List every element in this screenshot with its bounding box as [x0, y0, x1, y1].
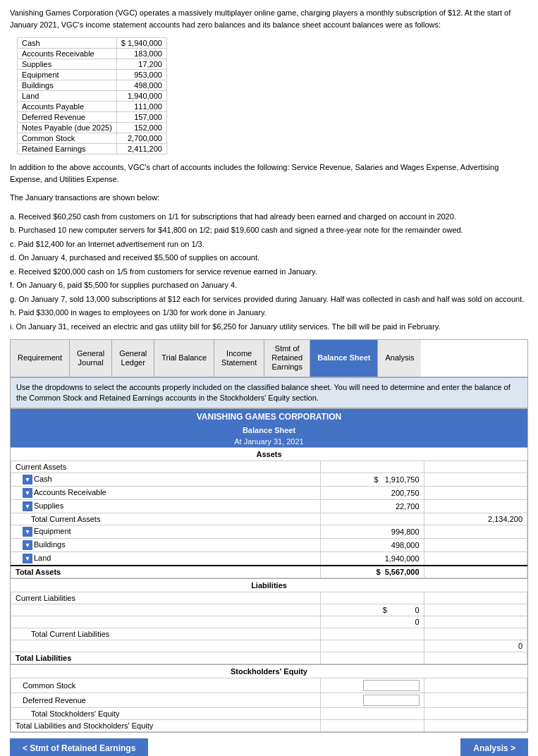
- cash-symbol: $ 1,910,750: [321, 473, 424, 487]
- account-name: Retained Earnings: [18, 144, 117, 154]
- account-name: Deferred Revenue: [18, 112, 117, 123]
- ar-dropdown[interactable]: ▼: [23, 488, 32, 498]
- list-item: a. Received $60,250 cash from customers …: [10, 211, 528, 223]
- tab-label: Requirement: [18, 353, 62, 362]
- buildings-value: 498,000: [321, 539, 424, 552]
- table-row: ▼Equipment 994,800: [11, 525, 527, 539]
- tab-label: Trial Balance: [161, 353, 207, 362]
- list-item: i. On January 31, received an electric a…: [10, 321, 528, 333]
- tab-label: Income Statement: [221, 349, 257, 367]
- cash-dropdown[interactable]: ▼: [23, 475, 32, 484]
- account-value: 1,940,000: [116, 91, 166, 102]
- deferred-revenue-input[interactable]: [363, 695, 420, 706]
- tab-general-ledger[interactable]: General Ledger: [112, 340, 154, 377]
- accounts-table: Cash$ 1,940,000Accounts Receivable183,00…: [17, 37, 167, 154]
- tab-trial-balance[interactable]: Trial Balance: [154, 340, 214, 377]
- equipment-value: 994,800: [321, 525, 424, 539]
- account-name: Cash: [18, 38, 117, 49]
- company-name: VANISHING GAMES CORPORATION: [11, 409, 527, 425]
- assets-header: Assets: [11, 447, 527, 461]
- total-liabilities-label: Total Liabilities: [11, 652, 321, 664]
- cash-label: ▼Cash: [11, 473, 321, 487]
- tab-label: Stmt of Retained Earnings: [271, 344, 302, 372]
- balance-sheet-date: At January 31, 2021: [11, 436, 527, 447]
- total-current-assets-value: 2,134,200: [424, 513, 527, 525]
- list-item: e. Received $200,000 cash on 1/5 from cu…: [10, 266, 528, 278]
- common-stock-input[interactable]: [363, 680, 420, 691]
- tab-requirement[interactable]: Requirement: [11, 340, 70, 377]
- total-current-liabilities-label: Total Current Liabilities: [11, 628, 321, 640]
- supplies-dropdown[interactable]: ▼: [23, 501, 32, 511]
- account-name: Equipment: [18, 70, 117, 80]
- tab-label: Analysis: [385, 353, 414, 362]
- deferred-revenue-label: Deferred Revenue: [11, 693, 321, 708]
- prev-button[interactable]: < Stmt of Retained Earnings: [10, 738, 148, 756]
- table-row: ▼Accounts Receivable 200,750: [11, 487, 527, 500]
- tab-general-journal[interactable]: General Journal: [70, 340, 112, 377]
- buildings-dropdown[interactable]: ▼: [23, 540, 32, 550]
- list-item: g. On January 7, sold 13,000 subscriptio…: [10, 293, 528, 305]
- account-name: Common Stock: [18, 133, 117, 144]
- list-item: b. Purchased 10 new computer servers for…: [10, 224, 528, 236]
- tab-stmt-retained[interactable]: Stmt of Retained Earnings: [264, 340, 310, 377]
- land-dropdown[interactable]: ▼: [23, 554, 32, 563]
- table-row: ▼Supplies 22,700: [11, 500, 527, 513]
- total-assets-label: Total Assets: [11, 566, 321, 578]
- current-liabilities-label: Current Liabilities: [11, 592, 321, 604]
- common-stock-label: Common Stock: [11, 678, 321, 693]
- common-stock-row: Common Stock: [11, 678, 527, 693]
- list-item: d. On January 4, purchased and received …: [10, 252, 528, 264]
- account-name: Accounts Payable: [18, 102, 117, 112]
- account-name: Accounts Receivable: [18, 49, 117, 59]
- tab-label: Balance Sheet: [317, 353, 370, 362]
- supplies-value: 22,700: [321, 500, 424, 513]
- list-item: f. On January 6, paid $5,500 for supplie…: [10, 279, 528, 291]
- land-label: ▼Land: [11, 552, 321, 566]
- additional-text: In addition to the above accounts, VGC's…: [10, 161, 528, 185]
- table-row: ▼Land 1,940,000: [11, 552, 527, 566]
- bottom-navigation: < Stmt of Retained Earnings Analysis >: [10, 738, 528, 756]
- list-item: h. Paid $330,000 in wages to employees o…: [10, 307, 528, 319]
- account-value: 183,000: [116, 49, 166, 59]
- table-row: ▼Buildings 498,000: [11, 539, 527, 552]
- tab-analysis[interactable]: Analysis: [378, 340, 421, 377]
- ar-value: 200,750: [321, 487, 424, 500]
- total-assets-row: Total Assets $ 5,567,000: [11, 566, 527, 578]
- account-name: Supplies: [18, 59, 117, 70]
- current-assets-label: Current Assets: [11, 461, 321, 473]
- tabs-container: RequirementGeneral JournalGeneral Ledger…: [10, 339, 528, 377]
- table-row: ▼Cash $ 1,910,750: [11, 473, 527, 487]
- tab-balance-sheet[interactable]: Balance Sheet: [310, 340, 378, 377]
- supplies-label: ▼Supplies: [11, 500, 321, 513]
- deferred-revenue-row: Deferred Revenue: [11, 693, 527, 708]
- equipment-dropdown[interactable]: ▼: [23, 527, 32, 537]
- equity-table: Common Stock Deferred Revenue Total Stoc…: [11, 678, 527, 732]
- account-value: 111,000: [116, 102, 166, 112]
- info-box: Use the dropdowns to select the accounts…: [10, 377, 528, 409]
- liabilities-table: Current Liabilities $ 0 0 Total Current …: [11, 592, 527, 664]
- tab-label: General Journal: [77, 349, 104, 367]
- current-assets-section: Current Assets: [11, 461, 527, 473]
- account-value: 17,200: [116, 59, 166, 70]
- tab-income-statement[interactable]: Income Statement: [214, 340, 264, 377]
- list-item: c. Paid $12,400 for an Internet advertis…: [10, 238, 528, 250]
- total-stockholders-equity-row: Total Stockholders' Equity: [11, 708, 527, 720]
- tab-label: General Ledger: [119, 349, 147, 367]
- liability-row-1: $ 0: [11, 604, 527, 616]
- balance-sheet-table: Current Assets ▼Cash $ 1,910,750 ▼Accoun…: [11, 461, 527, 578]
- next-button[interactable]: Analysis >: [460, 738, 528, 756]
- equipment-label: ▼Equipment: [11, 525, 321, 539]
- liabilities-header: Liabilities: [11, 578, 527, 592]
- total-current-liabilities-row: Total Current Liabilities: [11, 628, 527, 640]
- total-stockholders-equity-label: Total Stockholders' Equity: [11, 708, 321, 720]
- transactions-label: The January transactions are shown below…: [10, 192, 528, 204]
- liability-row-3: 0: [11, 640, 527, 652]
- account-value: $ 1,940,000: [116, 38, 166, 49]
- total-liabilities-equity-label: Total Liabilities and Stockholders' Equi…: [11, 720, 321, 732]
- account-value: 498,000: [116, 80, 166, 91]
- buildings-label: ▼Buildings: [11, 539, 321, 552]
- land-value: 1,940,000: [321, 552, 424, 566]
- account-name: Notes Payable (due 2025): [18, 123, 117, 133]
- account-name: Buildings: [18, 80, 117, 91]
- stockholders-equity-header: Stockholders' Equity: [11, 664, 527, 678]
